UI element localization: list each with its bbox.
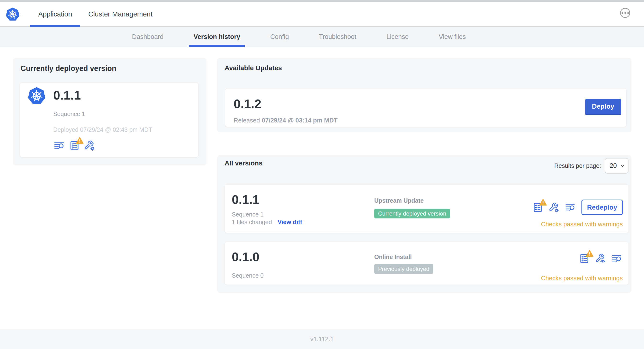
deploy-button[interactable]: Deploy [585,99,621,115]
edit-config-icon[interactable] [548,202,559,213]
update-version-number: 0.1.2 [234,98,261,110]
tab-view-files[interactable]: View files [434,27,471,47]
status-badge-currently-deployed: Currently deployed version [374,209,450,218]
version-row-0-1-1: 0.1.1 Sequence 1 1 files changed View di… [224,184,629,233]
preflight-checks-warning-icon[interactable] [69,140,80,151]
preflight-status-text: Checks passed with warnings [541,220,623,228]
edit-config-icon[interactable] [84,140,95,151]
preflight-status-text: Checks passed with warnings [541,274,623,282]
status-badge-previously-deployed: Previously deployed [374,264,433,274]
warning-triangle-icon [76,137,84,144]
row-sequence: Sequence 0 [232,272,264,279]
results-per-page-select[interactable]: 20 [605,158,628,174]
preflight-checks-warning-icon[interactable] [532,202,543,213]
window-top-strip [0,0,644,2]
app-subnav: Dashboard Version history Config Trouble… [0,27,644,47]
version-row-0-1-0: 0.1.0 Sequence 0 Online Install Previous… [224,242,629,285]
kubernetes-app-icon [28,86,46,105]
update-card: 0.1.2 Released07/29/24 @ 03:14 pm MDT De… [225,88,626,127]
tab-troubleshoot[interactable]: Troubleshoot [314,27,361,47]
footer: v1.112.1 [0,329,644,349]
warning-triangle-icon [539,198,547,206]
row-sequence: Sequence 1 [232,211,264,218]
redeploy-button[interactable]: Redeploy [582,200,623,215]
console-version: v1.112.1 [310,336,334,343]
currently-deployed-title: Currently deployed version [20,64,116,73]
tab-config[interactable]: Config [266,27,294,47]
current-sequence: Sequence 1 [53,110,85,118]
files-changed-label: 1 files changed [232,219,272,226]
current-deployed-timestamp: Deployed 07/29/24 @ 02:43 pm MDT [53,126,152,133]
all-versions-panel: All versions Results per page: 20 0.1.1 … [217,155,631,293]
update-released-timestamp: Released07/29/24 @ 03:14 pm MDT [234,117,338,124]
header-tabs: Application Cluster Management [30,2,161,27]
tab-cluster-management[interactable]: Cluster Management [80,2,161,27]
version-source-label: Online Install [374,254,412,260]
preflight-checks-warning-icon[interactable] [579,253,590,264]
row-version-number: 0.1.1 [232,193,260,206]
logs-icon[interactable] [53,140,65,151]
tab-application[interactable]: Application [30,2,80,27]
ellipsis-menu-icon[interactable] [620,8,630,18]
view-diff-link[interactable]: View diff [278,219,302,226]
currently-deployed-card: 0.1.1 Sequence 1 Deployed 07/29/24 @ 02:… [20,82,198,157]
tab-license[interactable]: License [382,27,414,47]
all-versions-title: All versions [224,160,262,167]
row-actions: Redeploy [532,200,623,215]
warning-triangle-icon [586,250,594,257]
available-updates-title: Available Updates [224,64,282,72]
row-version-number: 0.1.0 [232,251,260,263]
view-config-icon[interactable] [595,253,606,264]
chevron-down-icon [620,164,625,167]
app-header: Application Cluster Management [0,2,644,27]
results-per-page: Results per page: 20 [554,158,628,174]
currently-deployed-panel: Currently deployed version 0.1.1 Sequenc… [13,58,206,166]
kubernetes-logo-icon [6,7,20,22]
tab-version-history[interactable]: Version history [189,27,245,47]
logs-icon[interactable] [564,202,576,213]
current-version-actions [53,140,95,151]
row-actions [579,253,623,264]
results-per-page-label: Results per page: [554,162,601,169]
tab-dashboard[interactable]: Dashboard [127,27,168,47]
version-source-label: Upstream Update [374,197,424,204]
current-version-number: 0.1.1 [53,89,81,102]
logs-icon[interactable] [611,253,623,264]
admin-console-screen: Application Cluster Management Dashboard… [0,0,644,349]
available-updates-panel: Available Updates 0.1.2 Released07/29/24… [217,58,631,132]
